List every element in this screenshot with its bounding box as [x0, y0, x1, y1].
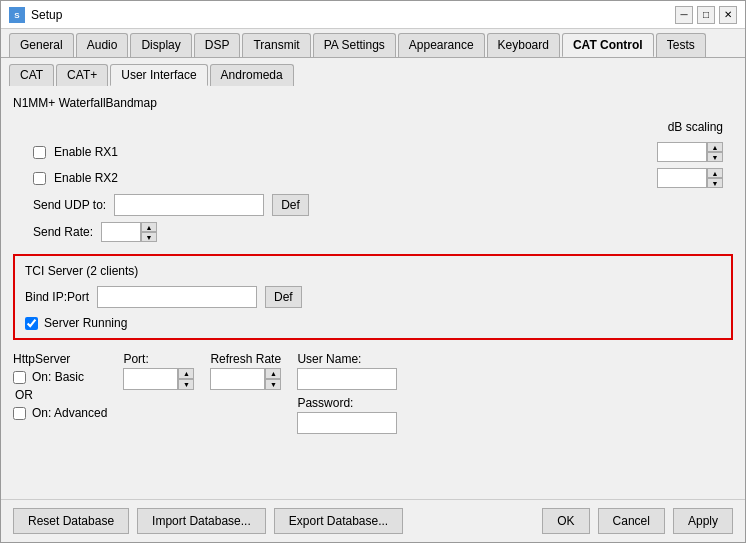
db-scaling-header: dB scaling [13, 120, 733, 134]
refresh-up-button[interactable]: ▲ [265, 368, 281, 379]
import-database-button[interactable]: Import Database... [137, 508, 266, 534]
refresh-spinner-buttons: ▲ ▼ [265, 368, 281, 390]
http-on-advanced-row: On: Advanced [13, 406, 107, 420]
enable-rx1-checkbox[interactable] [33, 146, 46, 159]
sub-tab-user-interface[interactable]: User Interface [110, 64, 207, 86]
rx2-spinner-buttons: ▲ ▼ [707, 168, 723, 188]
content-area: N1MM+ WaterfallBandmap dB scaling Enable… [1, 86, 745, 499]
svg-text:S: S [14, 11, 20, 20]
udp-row: Send UDP to: 127.0.0.1:13064 Def [33, 194, 733, 216]
footer-left: Reset Database Import Database... Export… [13, 508, 403, 534]
credentials-section: User Name: powersdr Password: powersdr [297, 352, 397, 434]
footer: Reset Database Import Database... Export… [1, 499, 745, 542]
http-server-section: HttpServer On: Basic OR On: Advanced [13, 352, 107, 434]
apply-button[interactable]: Apply [673, 508, 733, 534]
tab-general[interactable]: General [9, 33, 74, 57]
server-running-checkbox[interactable] [25, 317, 38, 330]
ok-button[interactable]: OK [542, 508, 589, 534]
server-running-row: Server Running [25, 316, 721, 330]
tci-server-title: TCI Server (2 clients) [25, 264, 721, 278]
sub-tab-cat[interactable]: CAT [9, 64, 54, 86]
rx2-up-button[interactable]: ▲ [707, 168, 723, 178]
username-label: User Name: [297, 352, 397, 366]
enable-rx2-row: Enable RX2 0.30 ▲ ▼ [33, 168, 733, 188]
send-rate-row: Send Rate: 5 ▲ ▼ [33, 222, 733, 242]
enable-rx2-checkbox[interactable] [33, 172, 46, 185]
rx2-value-input[interactable]: 0.30 [657, 168, 707, 188]
enable-rx1-label: Enable RX1 [54, 145, 118, 159]
db-scaling-label: dB scaling [668, 120, 723, 134]
on-advanced-checkbox[interactable] [13, 407, 26, 420]
password-label: Password: [297, 396, 397, 410]
n1mm-section: N1MM+ WaterfallBandmap dB scaling Enable… [13, 96, 733, 242]
udp-label: Send UDP to: [33, 198, 106, 212]
on-advanced-label: On: Advanced [32, 406, 107, 420]
rx1-spinner: 0.30 ▲ ▼ [657, 142, 723, 162]
send-rate-label: Send Rate: [33, 225, 93, 239]
reset-database-button[interactable]: Reset Database [13, 508, 129, 534]
refresh-rate-section: Refresh Rate 300 ▲ ▼ [210, 352, 281, 434]
port-down-button[interactable]: ▼ [178, 379, 194, 390]
refresh-input-row: 300 ▲ ▼ [210, 368, 281, 390]
bind-ip-input[interactable]: 10.0.0.5:50001 [97, 286, 257, 308]
tab-display[interactable]: Display [130, 33, 191, 57]
maximize-button[interactable]: □ [697, 6, 715, 24]
send-rate-down-button[interactable]: ▼ [141, 232, 157, 242]
app-icon: S [9, 7, 25, 23]
minimize-button[interactable]: ─ [675, 6, 693, 24]
send-rate-spinner: 5 ▲ ▼ [101, 222, 157, 242]
http-server-title: HttpServer [13, 352, 107, 366]
rx1-down-button[interactable]: ▼ [707, 152, 723, 162]
setup-window: S Setup ─ □ ✕ General Audio Display DSP … [0, 0, 746, 543]
tab-tests[interactable]: Tests [656, 33, 706, 57]
bottom-section: HttpServer On: Basic OR On: Advanced Por… [13, 352, 733, 434]
port-input-row: 8083 ▲ ▼ [123, 368, 194, 390]
send-rate-up-button[interactable]: ▲ [141, 222, 157, 232]
port-input[interactable]: 8083 [123, 368, 178, 390]
port-spinner-buttons: ▲ ▼ [178, 368, 194, 390]
refresh-rate-label: Refresh Rate [210, 352, 281, 366]
tab-pa-settings[interactable]: PA Settings [313, 33, 396, 57]
tci-def-button[interactable]: Def [265, 286, 302, 308]
sub-tab-bar: CAT CAT+ User Interface Andromeda [1, 58, 745, 86]
window-controls: ─ □ ✕ [675, 6, 737, 24]
bind-ip-label: Bind IP:Port [25, 290, 89, 304]
sub-tab-cat-plus[interactable]: CAT+ [56, 64, 108, 86]
send-rate-spinner-buttons: ▲ ▼ [141, 222, 157, 242]
or-text: OR [13, 388, 107, 402]
udp-input[interactable]: 127.0.0.1:13064 [114, 194, 264, 216]
port-section: Port: 8083 ▲ ▼ [123, 352, 194, 434]
tab-appearance[interactable]: Appearance [398, 33, 485, 57]
tab-transmit[interactable]: Transmit [242, 33, 310, 57]
tab-dsp[interactable]: DSP [194, 33, 241, 57]
tab-audio[interactable]: Audio [76, 33, 129, 57]
tab-keyboard[interactable]: Keyboard [487, 33, 560, 57]
rx2-down-button[interactable]: ▼ [707, 178, 723, 188]
username-input[interactable]: powersdr [297, 368, 397, 390]
on-basic-checkbox[interactable] [13, 371, 26, 384]
send-rate-input[interactable]: 5 [101, 222, 141, 242]
udp-def-button[interactable]: Def [272, 194, 309, 216]
on-basic-label: On: Basic [32, 370, 84, 384]
http-on-basic-row: On: Basic [13, 370, 107, 384]
n1mm-title: N1MM+ WaterfallBandmap [13, 96, 733, 110]
cancel-button[interactable]: Cancel [598, 508, 665, 534]
rx1-value-input[interactable]: 0.30 [657, 142, 707, 162]
rx1-up-button[interactable]: ▲ [707, 142, 723, 152]
refresh-down-button[interactable]: ▼ [265, 379, 281, 390]
port-label: Port: [123, 352, 194, 366]
tab-cat-control[interactable]: CAT Control [562, 33, 654, 57]
footer-right: OK Cancel Apply [542, 508, 733, 534]
main-tab-bar: General Audio Display DSP Transmit PA Se… [1, 29, 745, 58]
title-bar: S Setup ─ □ ✕ [1, 1, 745, 29]
bind-ip-row: Bind IP:Port 10.0.0.5:50001 Def [25, 286, 721, 308]
window-title: Setup [31, 8, 675, 22]
password-input[interactable]: powersdr [297, 412, 397, 434]
sub-tab-andromeda[interactable]: Andromeda [210, 64, 294, 86]
port-up-button[interactable]: ▲ [178, 368, 194, 379]
enable-rx2-label: Enable RX2 [54, 171, 118, 185]
refresh-rate-input[interactable]: 300 [210, 368, 265, 390]
close-button[interactable]: ✕ [719, 6, 737, 24]
server-running-label: Server Running [44, 316, 127, 330]
export-database-button[interactable]: Export Database... [274, 508, 403, 534]
